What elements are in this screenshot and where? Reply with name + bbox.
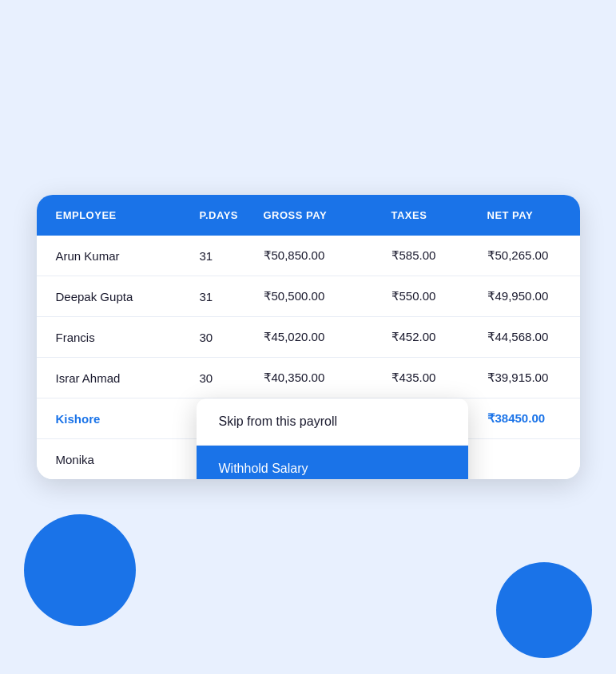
cell-netpay: ₹50,265.00 [487, 248, 580, 263]
cell-grosspay: ₹50,500.00 [264, 289, 391, 303]
main-card: EMPLOYEE P.DAYS GROSS PAY TAXES NET PAY … [37, 195, 580, 479]
bg-circle-right [496, 562, 592, 658]
context-menu-item-skip[interactable]: Skip from this payroll [197, 398, 468, 446]
cell-taxes: ₹435.00 [391, 371, 487, 385]
cell-employee: Kishore [56, 412, 200, 426]
cell-netpay: ₹38450.00 [487, 411, 580, 426]
cell-taxes: ₹452.00 [391, 330, 487, 344]
col-pdays: P.DAYS [200, 209, 264, 221]
cell-grosspay: ₹40,350.00 [264, 371, 391, 385]
col-netpay: NET PAY [487, 209, 580, 221]
cell-pdays: 30 [200, 371, 264, 385]
table-body: Arun Kumar 31 ₹50,850.00 ₹585.00 ₹50,265… [37, 236, 580, 479]
cell-employee: Deepak Gupta [56, 290, 200, 303]
bg-circle-left [24, 514, 136, 626]
table-row[interactable]: Francis 30 ₹45,020.00 ₹452.00 ₹44,568.00 [37, 317, 580, 358]
cell-employee: Israr Ahmad [56, 371, 200, 385]
table-row[interactable]: Arun Kumar 31 ₹50,850.00 ₹585.00 ₹50,265… [37, 236, 580, 276]
cell-netpay: ₹44,568.00 [487, 330, 580, 344]
cell-pdays: 30 [200, 331, 264, 344]
cell-grosspay: ₹45,020.00 [264, 330, 391, 344]
col-employee: EMPLOYEE [56, 209, 200, 221]
cell-netpay: ₹39,915.00 [487, 371, 580, 385]
context-menu: Skip from this payroll Withhold Salary T… [197, 398, 468, 479]
cell-taxes: ₹585.00 [391, 248, 487, 263]
table-header: EMPLOYEE P.DAYS GROSS PAY TAXES NET PAY [37, 195, 580, 236]
col-taxes: TAXES [391, 209, 487, 221]
col-grosspay: GROSS PAY [264, 209, 391, 221]
cell-employee: Arun Kumar [56, 249, 200, 263]
cell-employee: Francis [56, 331, 200, 344]
context-menu-item-withhold[interactable]: Withhold Salary [197, 446, 468, 479]
cell-grosspay: ₹50,850.00 [264, 248, 391, 263]
table-row[interactable]: Israr Ahmad 30 ₹40,350.00 ₹435.00 ₹39,91… [37, 358, 580, 398]
cell-pdays: 31 [200, 249, 264, 263]
cell-netpay: ₹49,950.00 [487, 289, 580, 303]
cell-taxes: ₹550.00 [391, 289, 487, 303]
table-row-kishore[interactable]: Kishore 29 ₹38,450.00 ₹0.00 ₹38450.00 Sk… [37, 398, 580, 439]
cell-employee: Monika [56, 453, 200, 466]
cell-pdays: 31 [200, 290, 264, 303]
table-row[interactable]: Deepak Gupta 31 ₹50,500.00 ₹550.00 ₹49,9… [37, 276, 580, 317]
